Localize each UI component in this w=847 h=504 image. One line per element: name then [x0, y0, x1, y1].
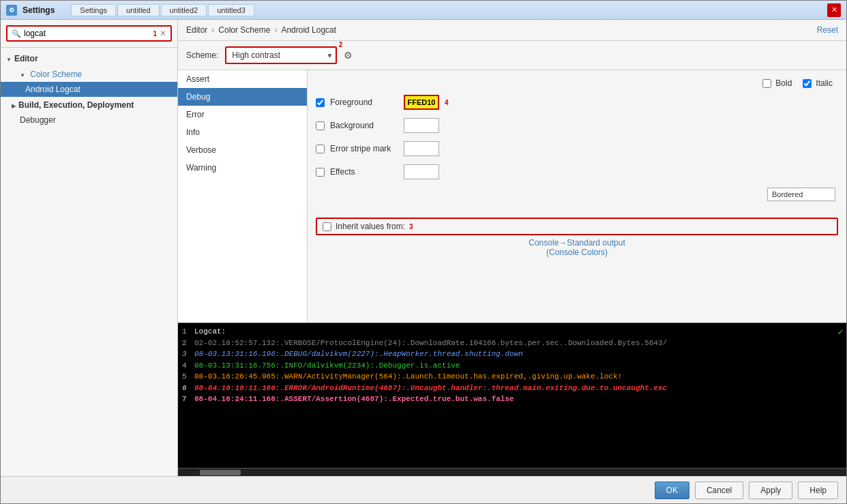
inherit-label: Inherit values from:: [336, 222, 405, 231]
log-line-text-5: 08-03.16:26:45.965:.WARN/ActivityManager…: [194, 372, 622, 381]
inherit-links: Console→Standard output (Console Colors): [316, 238, 838, 257]
foreground-label: Foreground: [330, 98, 398, 107]
reset-button[interactable]: Reset: [817, 25, 838, 35]
search-badge: 1: [153, 30, 157, 38]
search-wrapper: 🔍 1 ✕: [6, 25, 172, 42]
effects-checkbox[interactable]: [316, 168, 325, 177]
log-line-7: 708-04.16:24:11.166:.ASSERT/Assertion(46…: [182, 394, 842, 405]
log-line-num-6: 6: [182, 383, 192, 394]
breadcrumb-part2: Color Scheme: [218, 25, 270, 35]
inherit-checkbox[interactable]: [323, 222, 331, 231]
log-item-debug[interactable]: Debug: [178, 88, 307, 106]
breadcrumb: Editor › Color Scheme › Android Logcat: [186, 25, 336, 35]
italic-checkbox-row: Italic: [803, 78, 833, 88]
log-item-info[interactable]: Info: [178, 123, 307, 141]
bold-checkbox[interactable]: [762, 79, 771, 88]
clear-search-button[interactable]: ✕: [160, 29, 166, 38]
sidebar-item-debugger[interactable]: Debugger: [1, 113, 177, 128]
foreground-checkbox[interactable]: [316, 98, 325, 107]
log-item-warning[interactable]: Warning: [178, 159, 307, 177]
tab-2[interactable]: untitled: [117, 4, 159, 16]
close-button[interactable]: ✕: [827, 3, 841, 17]
bold-label: Bold: [775, 78, 792, 88]
log-line-5: 508-03.16:26:45.965:.WARN/ActivityManage…: [182, 371, 842, 383]
breadcrumb-part3: Android Logcat: [281, 25, 336, 35]
log-line-num-4: 4: [182, 360, 192, 372]
search-bar: 🔍 1 ✕: [1, 20, 177, 48]
bold-checkbox-row: Bold: [762, 78, 792, 88]
error-stripe-color-box[interactable]: [404, 141, 439, 156]
background-checkbox[interactable]: [316, 121, 325, 130]
log-scrollbar-thumb[interactable]: [200, 470, 241, 475]
breadcrumb-sep2: ›: [274, 25, 277, 35]
log-line-1: 1Logcat:: [182, 326, 842, 338]
log-line-text-6: 08-04.16:19:11.166:.ERROR/AndroidRuntime…: [194, 384, 667, 392]
window-title: Settings: [23, 5, 55, 15]
app-icon: ⚙: [6, 5, 17, 16]
error-stripe-row: Error stripe mark: [316, 140, 838, 158]
log-content: 1Logcat: 202-02.18:52:57.132:.VERBOSE/Pr…: [178, 323, 846, 468]
log-line-6: 608-04.16:19:11.166:.ERROR/AndroidRuntim…: [182, 383, 842, 394]
scheme-dropdown-container: High contrast Default Darcula IntelliJ ▼…: [225, 46, 337, 64]
ok-button[interactable]: OK: [655, 481, 689, 499]
title-bar-left: ⚙ Settings Settings untitled untitled2 u…: [6, 4, 254, 16]
tab-1[interactable]: Settings: [71, 4, 116, 16]
scheme-row: Scheme: High contrast Default Darcula In…: [178, 41, 846, 70]
build-expand-icon: [12, 100, 16, 110]
effects-dropdown-wrapper: Bordered Underscored: [767, 188, 835, 201]
sidebar-item-editor[interactable]: Editor: [1, 50, 177, 67]
options-panel: Bold Italic Foreground FFED10: [308, 70, 846, 323]
inherit-badge: 3: [409, 223, 413, 231]
title-bar: ⚙ Settings Settings untitled untitled2 u…: [1, 1, 846, 20]
log-scrollbar[interactable]: [178, 468, 846, 476]
background-row: Background: [316, 117, 838, 134]
right-panel: Editor › Color Scheme › Android Logcat R…: [178, 20, 846, 476]
cancel-button[interactable]: Cancel: [695, 481, 743, 499]
log-item-assert[interactable]: Assert: [178, 70, 307, 88]
log-item-error[interactable]: Error: [178, 106, 307, 123]
effects-row: Effects: [316, 163, 838, 181]
search-input[interactable]: [24, 29, 150, 38]
log-line-text-1: Logcat:: [194, 327, 226, 336]
error-stripe-checkbox[interactable]: [316, 145, 325, 153]
effects-label: Effects: [330, 167, 398, 177]
foreground-color-box[interactable]: FFED10: [404, 95, 439, 110]
log-item-verbose[interactable]: Verbose: [178, 141, 307, 159]
help-button[interactable]: Help: [798, 481, 838, 499]
log-line-text-2: 02-02.18:52:57.132:.VERBOSE/ProtocolEngi…: [194, 339, 667, 347]
log-preview-panel: 1Logcat: 202-02.18:52:57.132:.VERBOSE/Pr…: [178, 323, 846, 476]
scheme-select[interactable]: High contrast Default Darcula IntelliJ: [226, 48, 336, 63]
background-color-box[interactable]: [404, 118, 439, 133]
italic-checkbox[interactable]: [803, 79, 812, 88]
sidebar-item-android-logcat[interactable]: Android Logcat: [1, 82, 177, 97]
gear-icon[interactable]: ⚙: [344, 50, 353, 61]
log-line-2: 202-02.18:52:57.132:.VERBOSE/ProtocolEng…: [182, 338, 842, 349]
effects-dropdown-row: Bordered Underscored: [316, 188, 838, 201]
log-line-text-4: 08-03.13:31:16.756:.INFO/dalvikvm(2234):…: [194, 361, 460, 370]
italic-label: Italic: [816, 78, 833, 88]
breadcrumb-part1: Editor: [186, 25, 207, 35]
tab-3[interactable]: untitled2: [161, 4, 207, 16]
inherit-link2[interactable]: (Console Colors): [546, 248, 608, 257]
middle-section: Assert Debug Error Info Verbose Warning: [178, 70, 846, 323]
color-scheme-label: Color Scheme: [30, 70, 82, 79]
green-check-icon: ✓: [838, 326, 844, 338]
log-line-3: 308-03.13:31:16.196:.DEBUG/dalvikvm(2227…: [182, 349, 842, 360]
tab-4[interactable]: untitled3: [208, 4, 254, 16]
effects-color-box[interactable]: [404, 164, 439, 179]
breadcrumb-sep1: ›: [211, 25, 214, 35]
search-icon: 🔍: [12, 29, 21, 38]
effects-select[interactable]: Bordered Underscored: [767, 188, 835, 201]
apply-button[interactable]: Apply: [749, 481, 792, 499]
log-line-num-7: 7: [182, 394, 192, 405]
inherit-link1[interactable]: Console→Standard output: [529, 238, 625, 248]
log-line-text-3: 08-03.13:31:16.196:.DEBUG/dalvikvm(2227)…: [194, 350, 523, 358]
build-label: Build, Execution, Deployment: [18, 100, 134, 110]
main-content: 🔍 1 ✕ Editor Color Scheme: [1, 20, 846, 476]
sidebar-item-build[interactable]: Build, Execution, Deployment: [1, 97, 177, 113]
title-bar-tabs: Settings untitled untitled2 untitled3: [71, 4, 254, 16]
log-line-4: 408-03.13:31:16.756:.INFO/dalvikvm(2234)…: [182, 360, 842, 372]
sidebar-item-color-scheme[interactable]: Color Scheme: [1, 67, 177, 82]
error-stripe-label: Error stripe mark: [330, 144, 398, 153]
scheme-badge: 2: [339, 41, 343, 48]
